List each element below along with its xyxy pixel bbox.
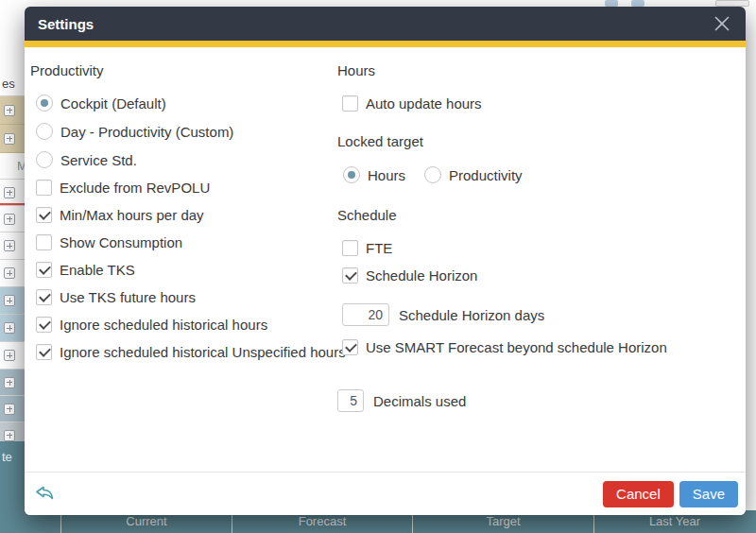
background-table-sliver: es M te (0, 0, 26, 533)
checkbox-label: Use SMART Forecast beyond schedule Horiz… (366, 339, 667, 355)
radio-icon[interactable] (36, 123, 53, 140)
checkbox-icon[interactable] (36, 289, 52, 305)
background-toolbar-button (715, 0, 749, 7)
checkbox-use-tks-future-hours[interactable]: Use TKS future hours (30, 284, 342, 311)
checkbox-icon[interactable] (36, 262, 52, 278)
dialog-header: Settings (25, 7, 746, 41)
radio-label: Cockpit (Default) (60, 95, 166, 112)
schedule-horizon-days-row: Schedule Horizon days (337, 301, 739, 328)
schedule-horizon-days-label: Schedule Horizon days (399, 307, 544, 323)
checkbox-label: Use TKS future hours (60, 289, 196, 305)
settings-dialog: Settings Productivity Cockpit (Default) … (25, 7, 746, 515)
radio-icon[interactable] (343, 166, 360, 183)
expand-icon[interactable] (4, 350, 15, 361)
locked-target-heading: Locked target (337, 132, 739, 151)
background-alert-line (0, 203, 26, 205)
radio-label: Day - Productivity (Custom) (60, 124, 233, 140)
checkbox-exclude-revpolu[interactable]: Exclude from RevPOLU (30, 174, 342, 201)
radio-locked-hours[interactable]: Hours (337, 161, 405, 189)
accent-bar (25, 41, 746, 47)
decimals-used-label: Decimals used (373, 393, 466, 409)
schedule-heading: Schedule (337, 206, 739, 225)
checkbox-icon[interactable] (36, 180, 52, 196)
radio-icon[interactable] (36, 151, 53, 168)
checkbox-ignore-historical-unspecified[interactable]: Ignore scheduled historical Unspecified … (30, 338, 342, 366)
hours-heading: Hours (337, 61, 739, 80)
checkbox-show-consumption[interactable]: Show Consumption (30, 229, 342, 256)
expand-icon[interactable] (4, 133, 15, 145)
checkbox-icon[interactable] (36, 344, 52, 360)
expand-icon[interactable] (4, 322, 15, 334)
radio-cockpit-default[interactable]: Cockpit (Default) (30, 89, 342, 117)
radio-locked-productivity[interactable]: Productivity (419, 161, 523, 189)
row-label-fragment: es (0, 71, 26, 91)
checkbox-label: Ignore scheduled historical hours (60, 317, 267, 333)
checkbox-schedule-horizon[interactable]: Schedule Horizon (337, 262, 739, 289)
close-icon[interactable] (710, 11, 734, 36)
radio-icon[interactable] (36, 95, 53, 112)
radio-label: Service Std. (60, 152, 137, 168)
checkbox-label: Schedule Horizon (366, 267, 477, 284)
checkbox-label: Show Consumption (60, 234, 182, 250)
dialog-title: Settings (38, 16, 710, 32)
radio-label: Hours (368, 167, 405, 183)
expand-icon[interactable] (4, 430, 15, 441)
row-label-fragment: M (0, 153, 26, 173)
checkbox-label: Auto update hours (366, 95, 482, 112)
radio-service-std[interactable]: Service Std. (30, 146, 342, 174)
reset-arrow-icon[interactable] (34, 483, 60, 506)
radio-icon[interactable] (424, 166, 441, 183)
expand-icon[interactable] (4, 187, 15, 198)
checkbox-icon[interactable] (342, 95, 358, 112)
save-button[interactable]: Save (679, 481, 738, 507)
checkbox-icon[interactable] (342, 267, 358, 284)
checkbox-label: Exclude from RevPOLU (60, 180, 210, 196)
locked-target-options: Hours Productivity (337, 161, 739, 189)
checkbox-ignore-historical-hours[interactable]: Ignore scheduled historical hours (30, 311, 342, 338)
expand-icon[interactable] (4, 267, 15, 279)
checkbox-fte[interactable]: FTE (337, 234, 739, 262)
checkbox-icon[interactable] (342, 240, 358, 256)
checkbox-label: Enable TKS (60, 262, 135, 278)
schedule-horizon-days-input[interactable] (342, 303, 389, 326)
dialog-footer: Cancel Save (25, 472, 746, 515)
decimals-used-input[interactable] (337, 389, 364, 412)
expand-icon[interactable] (4, 240, 15, 251)
checkbox-label: Ignore scheduled historical Unspecified … (60, 344, 346, 360)
radio-label: Productivity (449, 167, 523, 183)
checkbox-enable-tks[interactable]: Enable TKS (30, 256, 342, 284)
expand-icon[interactable] (4, 295, 15, 306)
checkbox-icon[interactable] (36, 207, 52, 223)
expand-icon[interactable] (4, 404, 15, 415)
expand-icon[interactable] (4, 105, 15, 116)
background-toolbar-icon (631, 0, 644, 7)
dialog-body: Productivity Cockpit (Default) Day - Pro… (25, 47, 746, 472)
decimals-used-row: Decimals used (337, 387, 739, 414)
checkbox-minmax-hours[interactable]: Min/Max hours per day (30, 201, 342, 229)
checkbox-icon[interactable] (342, 339, 358, 355)
checkbox-auto-update-hours[interactable]: Auto update hours (337, 89, 739, 117)
checkbox-smart-forecast[interactable]: Use SMART Forecast beyond schedule Horiz… (337, 334, 739, 361)
expand-icon[interactable] (4, 214, 15, 225)
row-label-fragment: te (0, 441, 26, 464)
cancel-button[interactable]: Cancel (603, 481, 674, 507)
checkbox-icon[interactable] (36, 317, 52, 333)
background-toolbar-icon (605, 0, 618, 7)
checkbox-label: FTE (366, 240, 392, 256)
productivity-heading: Productivity (30, 61, 342, 80)
productivity-section: Productivity Cockpit (Default) Day - Pro… (30, 61, 342, 366)
checkbox-label: Min/Max hours per day (60, 207, 204, 223)
right-settings-column: Hours Auto update hours Locked target Ho… (337, 61, 739, 414)
checkbox-icon[interactable] (36, 234, 52, 250)
expand-icon[interactable] (4, 377, 15, 388)
radio-day-productivity-custom[interactable]: Day - Productivity (Custom) (30, 117, 342, 146)
